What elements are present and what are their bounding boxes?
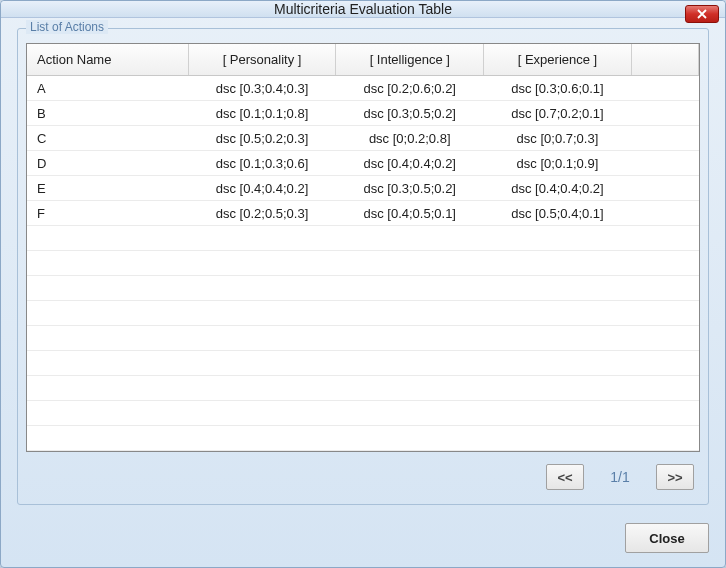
cell-empty <box>27 426 188 451</box>
cell-empty <box>484 251 632 276</box>
col-personality[interactable]: [ Personality ] <box>188 44 336 76</box>
close-icon <box>697 9 707 19</box>
cell-experience: dsc [0.5;0.4;0.1] <box>484 201 632 226</box>
table-row[interactable]: Bdsc [0.1;0.1;0.8]dsc [0.3;0.5;0.2]dsc [… <box>27 101 699 126</box>
cell-empty <box>27 251 188 276</box>
cell-empty <box>336 251 484 276</box>
cell-action: A <box>27 76 188 101</box>
col-intelligence[interactable]: [ Intelligence ] <box>336 44 484 76</box>
cell-empty <box>484 376 632 401</box>
cell-spacer <box>631 76 698 101</box>
content-area: List of Actions Action Name [ Personalit… <box>1 18 725 517</box>
actions-table-container: Action Name [ Personality ] [ Intelligen… <box>26 43 700 452</box>
table-row <box>27 426 699 451</box>
titlebar: Multicriteria Evaluation Table <box>1 1 725 18</box>
col-spacer <box>631 44 698 76</box>
cell-spacer <box>631 201 698 226</box>
table-row[interactable]: Edsc [0.4;0.4;0.2]dsc [0.3;0.5;0.2]dsc [… <box>27 176 699 201</box>
table-body: Adsc [0.3;0.4;0.3]dsc [0.2;0.6;0.2]dsc [… <box>27 76 699 451</box>
cell-experience: dsc [0.7;0.2;0.1] <box>484 101 632 126</box>
pager-next-button[interactable]: >> <box>656 464 694 490</box>
cell-empty <box>631 426 698 451</box>
cell-empty <box>336 226 484 251</box>
pager-prev-button[interactable]: << <box>546 464 584 490</box>
table-row <box>27 351 699 376</box>
cell-personality: dsc [0.2;0.5;0.3] <box>188 201 336 226</box>
cell-action: C <box>27 126 188 151</box>
cell-experience: dsc [0;0.7;0.3] <box>484 126 632 151</box>
cell-spacer <box>631 101 698 126</box>
table-row <box>27 276 699 301</box>
actions-groupbox: List of Actions Action Name [ Personalit… <box>17 28 709 505</box>
cell-personality: dsc [0.1;0.3;0.6] <box>188 151 336 176</box>
cell-empty <box>188 376 336 401</box>
cell-action: F <box>27 201 188 226</box>
table-row <box>27 251 699 276</box>
cell-empty <box>484 351 632 376</box>
cell-empty <box>484 276 632 301</box>
cell-empty <box>631 251 698 276</box>
cell-empty <box>336 401 484 426</box>
table-row[interactable]: Cdsc [0.5;0.2;0.3]dsc [0;0.2;0.8]dsc [0;… <box>27 126 699 151</box>
window-close-button[interactable] <box>685 5 719 23</box>
cell-experience: dsc [0.3;0.6;0.1] <box>484 76 632 101</box>
pager: << 1/1 >> <box>26 452 700 496</box>
cell-spacer <box>631 126 698 151</box>
cell-empty <box>188 276 336 301</box>
cell-experience: dsc [0;0.1;0.9] <box>484 151 632 176</box>
footer: Close <box>1 517 725 567</box>
pager-info: 1/1 <box>602 469 638 485</box>
cell-empty <box>27 276 188 301</box>
cell-empty <box>631 226 698 251</box>
cell-empty <box>27 301 188 326</box>
cell-empty <box>631 326 698 351</box>
cell-empty <box>188 251 336 276</box>
cell-action: D <box>27 151 188 176</box>
table-row <box>27 376 699 401</box>
cell-empty <box>631 401 698 426</box>
cell-spacer <box>631 151 698 176</box>
close-button[interactable]: Close <box>625 523 709 553</box>
cell-intelligence: dsc [0.4;0.5;0.1] <box>336 201 484 226</box>
cell-empty <box>336 351 484 376</box>
col-experience[interactable]: [ Experience ] <box>484 44 632 76</box>
cell-empty <box>631 376 698 401</box>
cell-empty <box>27 401 188 426</box>
window-title: Multicriteria Evaluation Table <box>274 1 452 17</box>
cell-spacer <box>631 176 698 201</box>
cell-intelligence: dsc [0.2;0.6;0.2] <box>336 76 484 101</box>
cell-empty <box>484 426 632 451</box>
actions-table: Action Name [ Personality ] [ Intelligen… <box>27 44 699 451</box>
cell-empty <box>484 226 632 251</box>
cell-empty <box>631 276 698 301</box>
table-row[interactable]: Fdsc [0.2;0.5;0.3]dsc [0.4;0.5;0.1]dsc [… <box>27 201 699 226</box>
cell-empty <box>484 401 632 426</box>
cell-personality: dsc [0.4;0.4;0.2] <box>188 176 336 201</box>
cell-empty <box>188 351 336 376</box>
groupbox-label: List of Actions <box>26 20 108 34</box>
table-row[interactable]: Adsc [0.3;0.4;0.3]dsc [0.2;0.6;0.2]dsc [… <box>27 76 699 101</box>
cell-empty <box>188 401 336 426</box>
cell-experience: dsc [0.4;0.4;0.2] <box>484 176 632 201</box>
dialog-window: Multicriteria Evaluation Table List of A… <box>0 0 726 568</box>
cell-empty <box>631 351 698 376</box>
cell-personality: dsc [0.5;0.2;0.3] <box>188 126 336 151</box>
table-row <box>27 401 699 426</box>
cell-action: E <box>27 176 188 201</box>
cell-empty <box>27 351 188 376</box>
cell-empty <box>188 426 336 451</box>
cell-intelligence: dsc [0.3;0.5;0.2] <box>336 101 484 126</box>
cell-personality: dsc [0.3;0.4;0.3] <box>188 76 336 101</box>
cell-intelligence: dsc [0.3;0.5;0.2] <box>336 176 484 201</box>
cell-empty <box>27 226 188 251</box>
cell-empty <box>27 326 188 351</box>
cell-empty <box>188 326 336 351</box>
cell-personality: dsc [0.1;0.1;0.8] <box>188 101 336 126</box>
cell-empty <box>188 226 336 251</box>
cell-empty <box>336 301 484 326</box>
cell-empty <box>336 376 484 401</box>
table-row[interactable]: Ddsc [0.1;0.3;0.6]dsc [0.4;0.4;0.2]dsc [… <box>27 151 699 176</box>
cell-intelligence: dsc [0;0.2;0.8] <box>336 126 484 151</box>
cell-empty <box>336 326 484 351</box>
col-action-name[interactable]: Action Name <box>27 44 188 76</box>
